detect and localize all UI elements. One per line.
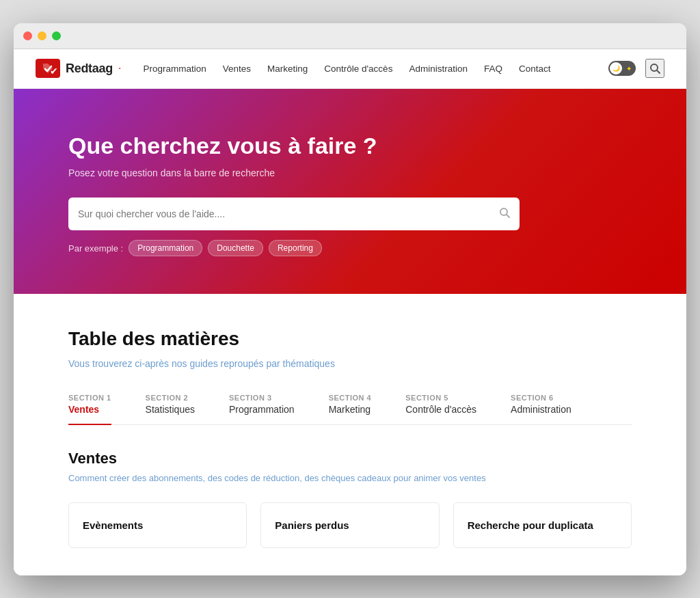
hero-title: Que cherchez vous à faire ?: [68, 133, 632, 159]
toggle-thumb: 🌙: [610, 62, 622, 74]
example-tags: Par exemple : Programmation Douchette Re…: [68, 240, 632, 256]
nav-contact[interactable]: Contact: [519, 64, 551, 74]
hero-section: Que cherchez vous à faire ? Posez votre …: [14, 89, 686, 294]
card-title-duplicata: Recherche pour duplicata: [468, 519, 617, 531]
logo-text: Redtaag: [66, 62, 113, 76]
titlebar: [14, 23, 686, 49]
section-name-4: Marketing: [329, 404, 372, 415]
section-name-3: Programmation: [229, 404, 295, 415]
tab-statistiques[interactable]: SECTION 2 Statistiques: [146, 394, 195, 424]
tab-controle[interactable]: SECTION 5 Contrôle d'accès: [405, 394, 476, 424]
toggle-star: ✦: [626, 65, 632, 72]
logo-dot: ·: [118, 62, 121, 74]
card-paniers[interactable]: Paniers perdus: [260, 502, 439, 548]
section-num-4: SECTION 4: [329, 394, 372, 402]
nav-admin[interactable]: Administration: [409, 64, 468, 74]
active-section-heading: Ventes: [68, 450, 632, 467]
nav-marketing[interactable]: Marketing: [267, 64, 308, 74]
section-name-2: Statistiques: [146, 404, 195, 415]
main-content: Table des matières Vous trouverez ci-apr…: [14, 294, 686, 575]
theme-toggle[interactable]: 🌙 ✦: [608, 61, 636, 76]
nav-programmation[interactable]: Programmation: [143, 64, 206, 74]
tab-ventes[interactable]: SECTION 1 Ventes: [68, 394, 111, 424]
section-num-3: SECTION 3: [229, 394, 295, 402]
search-submit-button[interactable]: [499, 207, 510, 221]
maximize-button[interactable]: [52, 31, 61, 40]
logo[interactable]: Redtaag ·: [36, 59, 121, 78]
nav-menu: Programmation Ventes Marketing Contrôle …: [143, 64, 608, 74]
close-button[interactable]: [23, 31, 32, 40]
navbar-right: 🌙 ✦: [608, 59, 664, 78]
tab-administration[interactable]: SECTION 6 Administration: [511, 394, 571, 424]
active-section-desc: Comment créer des abonnements, des codes…: [68, 473, 632, 483]
section-num-1: SECTION 1: [68, 394, 111, 402]
section-name-5: Contrôle d'accès: [405, 404, 476, 415]
section-num-5: SECTION 5: [405, 394, 476, 402]
nav-faq[interactable]: FAQ: [484, 64, 502, 74]
svg-line-3: [507, 215, 509, 217]
tag-douchette[interactable]: Douchette: [208, 240, 263, 256]
card-title-paniers: Paniers perdus: [275, 519, 425, 531]
tab-marketing[interactable]: SECTION 4 Marketing: [329, 394, 372, 424]
section-name-1: Ventes: [68, 404, 111, 415]
logo-icon: [36, 59, 60, 78]
card-evenements[interactable]: Evènements: [68, 502, 247, 548]
search-bar: [68, 198, 520, 230]
svg-line-1: [657, 70, 660, 73]
navbar-search-button[interactable]: [645, 59, 664, 78]
section-num-6: SECTION 6: [511, 394, 571, 402]
toc-title: Table des matières: [68, 328, 632, 350]
mac-window: Redtaag · Programmation Ventes Marketing…: [14, 23, 686, 575]
tab-programmation[interactable]: SECTION 3 Programmation: [229, 394, 295, 424]
example-label: Par exemple :: [68, 243, 123, 254]
minimize-button[interactable]: [38, 31, 46, 40]
card-title-evenements: Evènements: [83, 519, 232, 531]
section-num-2: SECTION 2: [146, 394, 195, 402]
navbar: Redtaag · Programmation Ventes Marketing…: [14, 49, 686, 89]
section-name-6: Administration: [511, 404, 571, 415]
section-tabs: SECTION 1 Ventes SECTION 2 Statistiques …: [68, 394, 632, 425]
hero-subtitle: Posez votre question dans la barre de re…: [68, 167, 632, 178]
toc-subtitle: Vous trouverez ci-après nos guides repro…: [68, 358, 632, 369]
cards-row: Evènements Paniers perdus Recherche pour…: [68, 502, 632, 548]
nav-controle[interactable]: Contrôle d'accès: [324, 64, 392, 74]
card-duplicata[interactable]: Recherche pour duplicata: [453, 502, 632, 548]
tag-programmation[interactable]: Programmation: [129, 240, 202, 256]
search-input[interactable]: [78, 208, 499, 219]
tag-reporting[interactable]: Reporting: [269, 240, 322, 256]
nav-ventes[interactable]: Ventes: [223, 64, 251, 74]
